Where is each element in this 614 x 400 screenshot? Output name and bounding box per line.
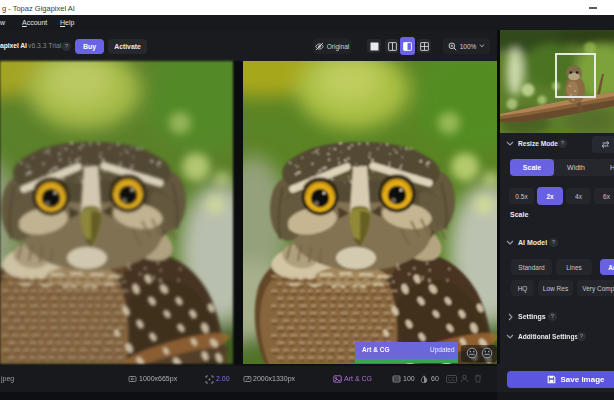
svg-text:CC: CC <box>448 376 456 382</box>
